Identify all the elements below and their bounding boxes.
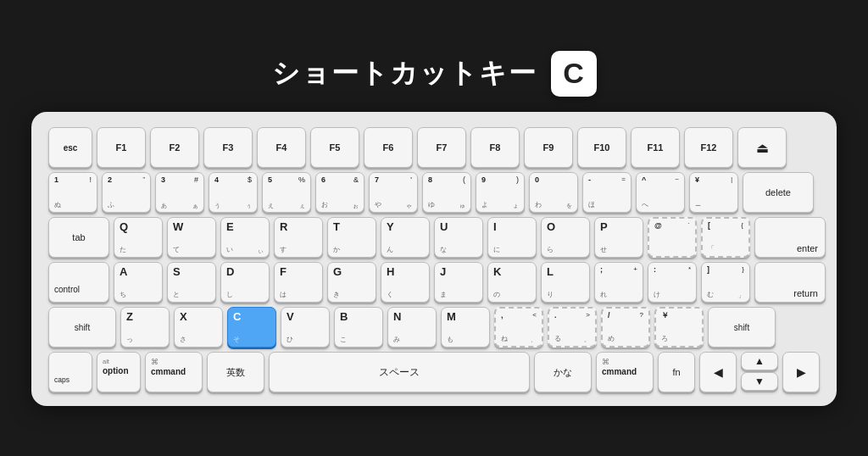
key-f11[interactable]: F11 [631,127,680,168]
key-d[interactable]: D し [220,262,270,303]
key-f8[interactable]: F8 [470,127,520,168]
key-f5[interactable]: F5 [310,127,359,168]
key-eisu[interactable]: 英数 [207,352,264,392]
key-5[interactable]: 5% えぇ [262,172,311,213]
key-a[interactable]: A ち [114,262,163,303]
key-arrow-down[interactable]: ▼ [741,372,778,391]
key-return[interactable]: return [754,262,826,303]
key-colon[interactable]: :* け [648,262,697,303]
key-slash[interactable]: /? め [601,307,650,348]
key-f9[interactable]: F9 [524,127,573,168]
key-v[interactable]: V ひ [281,307,330,348]
key-f7[interactable]: F7 [417,127,466,168]
key-6[interactable]: 6& おぉ [315,172,364,213]
key-c[interactable]: C そ [227,307,276,348]
key-8[interactable]: 8( ゆゅ [422,172,471,213]
key-r[interactable]: R す [274,217,323,258]
key-k[interactable]: K の [487,262,537,303]
shortcut-key-badge: C [551,51,597,97]
key-comma[interactable]: ,< ね、 [494,307,543,348]
key-kana[interactable]: かな [534,352,592,392]
asdf-row: control A ち S と D し F は G き H く J ま [48,262,820,303]
key-control[interactable]: control [48,262,109,303]
key-j[interactable]: J ま [434,262,483,303]
key-i[interactable]: I に [487,217,537,258]
key-enter[interactable]: enter [754,217,826,258]
page-title: ショートカットキー [272,55,537,92]
key-z[interactable]: Z っ [120,307,170,348]
key-esc[interactable]: esc [48,127,92,168]
key-l[interactable]: L り [541,262,590,303]
key-backslash[interactable]: ￥ ろ [654,307,704,348]
key-f12[interactable]: F12 [684,127,733,168]
key-3[interactable]: 3# あぁ [155,172,204,213]
key-delete[interactable]: delete [743,172,814,213]
key-f[interactable]: F は [274,262,323,303]
key-bracket-open[interactable]: [{ 「 [701,217,750,258]
key-arrow-right[interactable]: ▶ [782,352,820,392]
keyboard: esc F1 F2 F3 F4 F5 F6 F7 F8 F9 F10 F11 F… [31,112,837,406]
key-m[interactable]: M も [441,307,490,348]
key-command-right[interactable]: ⌘ cmmand [596,352,654,392]
key-e[interactable]: E いぃ [220,217,270,258]
key-2[interactable]: 2" ふ [102,172,151,213]
key-arrow-ud: ▲ ▼ [741,352,778,392]
key-shift-left[interactable]: shift [48,307,116,348]
key-g[interactable]: G き [327,262,376,303]
key-0[interactable]: 0 わを [529,172,578,213]
function-row: esc F1 F2 F3 F4 F5 F6 F7 F8 F9 F10 F11 F… [48,127,820,168]
key-option[interactable]: alt option [97,352,141,392]
key-t[interactable]: T か [327,217,376,258]
key-9[interactable]: 9) よょ [476,172,525,213]
key-arrow-up[interactable]: ▲ [741,352,778,370]
key-q[interactable]: Q た [114,217,163,258]
key-f6[interactable]: F6 [364,127,413,168]
key-w[interactable]: W て [167,217,216,258]
key-yen[interactable]: ¥| ー [689,172,738,213]
key-u[interactable]: U な [434,217,483,258]
key-h[interactable]: H く [381,262,430,303]
key-f1[interactable]: F1 [97,127,146,168]
key-x[interactable]: X さ [174,307,223,348]
key-command-left[interactable]: ⌘ cmmand [145,352,203,392]
qwerty-row: tab Q た W て E いぃ R す T か Y ん U な I [48,217,820,258]
key-y[interactable]: Y ん [381,217,430,258]
number-row: 1! ぬ 2" ふ 3# あぁ 4$ うぅ 5% えぇ 6& おぉ 7' やゃ … [48,172,820,213]
title-area: ショートカットキー C [272,51,597,97]
key-o[interactable]: O ら [541,217,590,258]
key-f2[interactable]: F2 [150,127,199,168]
key-minus[interactable]: -= ほ [582,172,632,213]
key-arrow-left[interactable]: ◀ [699,352,737,392]
key-f3[interactable]: F3 [203,127,253,168]
key-bracket-close[interactable]: ]} む」 [701,262,750,303]
key-caps[interactable]: caps [48,352,92,392]
zxcv-row: shift Z っ X さ C そ V ひ B こ N み M も , [48,307,820,348]
key-f4[interactable]: F4 [257,127,306,168]
key-1[interactable]: 1! ぬ [48,172,97,213]
key-p[interactable]: P せ [594,217,643,258]
key-shift-right[interactable]: shift [708,307,776,348]
key-semicolon[interactable]: ;+ れ [594,262,643,303]
key-fn[interactable]: fn [658,352,695,392]
key-period[interactable]: .> る。 [548,307,597,348]
key-7[interactable]: 7' やゃ [369,172,418,213]
key-b[interactable]: B こ [334,307,383,348]
key-n[interactable]: N み [387,307,437,348]
key-at[interactable]: @` [648,217,697,258]
key-caret[interactable]: ^~ へ [636,172,685,213]
key-s[interactable]: S と [167,262,216,303]
key-f10[interactable]: F10 [577,127,626,168]
bottom-row: caps alt option ⌘ cmmand 英数 スペース かな ⌘ cm… [48,352,820,392]
key-tab[interactable]: tab [48,217,109,258]
key-eject[interactable]: ⏏ [737,127,787,168]
key-space[interactable]: スペース [269,352,530,392]
key-4[interactable]: 4$ うぅ [209,172,258,213]
